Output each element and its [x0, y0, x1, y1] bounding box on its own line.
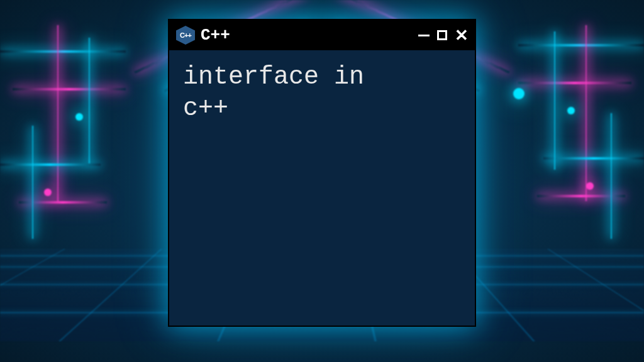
terminal-window: C++ C++ ✕ interface in c++: [168, 19, 476, 327]
close-icon: ✕: [455, 27, 469, 43]
maximize-icon: [437, 30, 447, 40]
titlebar[interactable]: C++ C++ ✕: [169, 20, 475, 50]
minimize-button[interactable]: [418, 35, 430, 36]
minimize-icon: [418, 35, 430, 36]
window-title: C++: [201, 26, 413, 45]
cpp-icon: C++: [175, 25, 196, 45]
window-controls: ✕: [418, 27, 469, 43]
window-body-text: interface in c++: [169, 50, 475, 136]
close-button[interactable]: ✕: [455, 27, 469, 43]
maximize-button[interactable]: [437, 30, 447, 40]
